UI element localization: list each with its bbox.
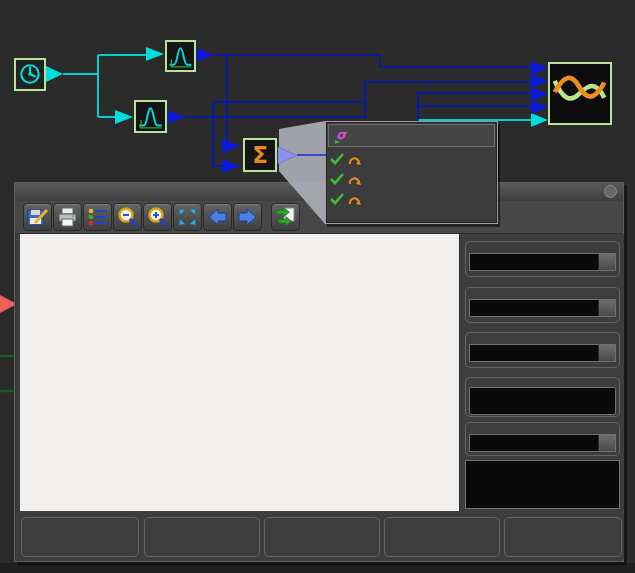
motion-editor-canvas: Σ — [0, 0, 635, 573]
add-output-arrow — [278, 147, 297, 164]
output-arrow-layer — [0, 0, 635, 573]
